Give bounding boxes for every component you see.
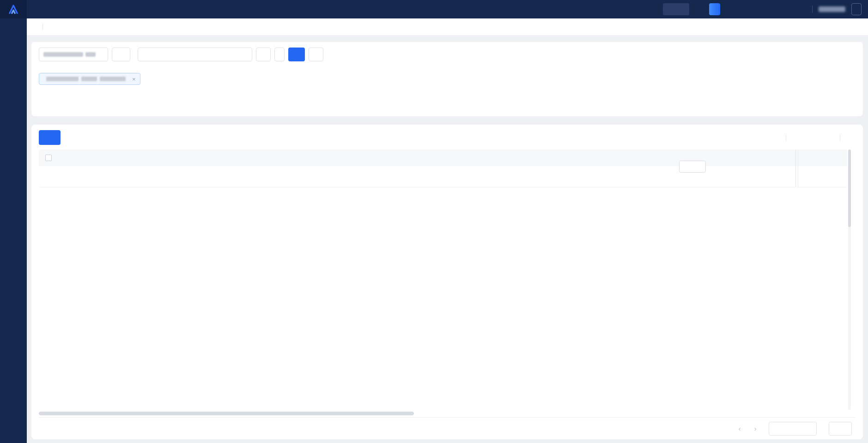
store-filter-tag[interactable]: ×: [39, 73, 140, 85]
plus-icon: [45, 134, 52, 141]
filter-row: [39, 48, 856, 61]
caret-down-icon: [145, 52, 150, 57]
export-icon[interactable]: [848, 134, 856, 141]
table-card: ‹ ›: [31, 125, 863, 439]
col-target: [144, 155, 235, 161]
back-to-old-version-button[interactable]: [851, 3, 862, 15]
table-toolbar: [31, 125, 863, 150]
advanced-filter-button[interactable]: [256, 48, 271, 61]
divider: [786, 134, 786, 141]
translate-icon[interactable]: [148, 155, 154, 161]
date-range-picker[interactable]: [112, 48, 130, 61]
panel-tabs-bar: [31, 42, 863, 42]
redacted-tag-value: [81, 77, 97, 81]
filter-card: ×: [31, 42, 863, 116]
main-area: ×: [27, 35, 868, 443]
sort-icon[interactable]: [582, 155, 588, 161]
caret-down-icon: [807, 426, 812, 431]
pagination: ‹ ›: [734, 422, 856, 436]
fullscreen-icon[interactable]: [809, 134, 817, 141]
col-suggested-bid: [650, 150, 734, 166]
calendar-icon: [119, 51, 126, 58]
module-nav: [27, 18, 868, 35]
top-bar: [0, 0, 868, 18]
download-center-icon[interactable]: [741, 5, 749, 13]
username-redacted: [819, 6, 845, 12]
analysis-chart-icon[interactable]: [801, 173, 808, 180]
toolbar-right: [762, 134, 856, 141]
vertical-scrollbar: [848, 150, 851, 410]
redacted-tag-value: [46, 77, 79, 81]
divider: [840, 134, 840, 141]
keyword-search-group: [138, 48, 252, 61]
task-clipboard-icon[interactable]: [726, 5, 734, 13]
sort-icon[interactable]: [156, 155, 161, 161]
sidebar: [0, 18, 27, 443]
next-page-button[interactable]: ›: [749, 423, 761, 435]
add-keyword-button[interactable]: [39, 130, 61, 145]
sort-icon[interactable]: [307, 155, 313, 161]
app-logo[interactable]: [0, 0, 27, 18]
hscroll-thumb[interactable]: [39, 412, 414, 415]
prev-page-button[interactable]: ‹: [734, 423, 746, 435]
divider: [42, 24, 43, 30]
summary-row: [39, 166, 847, 187]
caret-down-icon: [765, 135, 770, 140]
marketplace-icon: [668, 6, 674, 12]
clear-filters-button[interactable]: [309, 48, 323, 61]
marketplace-selector[interactable]: [663, 3, 689, 15]
redacted-tag-value: [100, 77, 126, 81]
refresh-icon[interactable]: [794, 134, 801, 141]
redacted-store: [85, 52, 96, 57]
remove-tag-icon[interactable]: ×: [132, 76, 136, 83]
keyword-search-input[interactable]: [154, 51, 252, 58]
info-icon: [709, 163, 715, 169]
notification-bell-icon[interactable]: [798, 5, 806, 13]
col-bid: [532, 155, 590, 161]
active-filter-tags: ×: [39, 73, 856, 85]
sort-icon[interactable]: [739, 155, 744, 161]
topbar-right: [663, 0, 862, 18]
keywords-table: [39, 150, 856, 410]
table-footer: ‹ ›: [39, 417, 856, 439]
col-match-type: [734, 155, 769, 161]
search-button[interactable]: [288, 48, 305, 61]
horizontal-scrollbar: [39, 412, 856, 415]
col-analysis: [795, 150, 847, 166]
goto-page-input[interactable]: [829, 422, 852, 436]
application-icon[interactable]: [783, 5, 792, 13]
page-size-select[interactable]: [769, 422, 817, 436]
vscroll-thumb[interactable]: [848, 150, 851, 227]
timezone-selector[interactable]: [695, 7, 703, 12]
suggested-bid-daytype-select[interactable]: [679, 161, 706, 173]
logo-icon: [7, 3, 19, 15]
col-baseline: [590, 155, 650, 161]
caret-down-icon: [698, 164, 702, 169]
col-status: [296, 155, 346, 161]
search-icon: [241, 51, 248, 58]
info-icon: [300, 155, 306, 161]
info-icon: [595, 155, 601, 161]
sort-icon[interactable]: [602, 155, 607, 161]
select-all-checkbox[interactable]: [45, 155, 52, 161]
goto-page: [825, 422, 856, 436]
caret-down-icon: [680, 7, 685, 12]
fuzzy-mode-select[interactable]: [138, 52, 154, 57]
info-icon: [575, 155, 581, 161]
redacted-store: [43, 52, 83, 57]
filter-template-button[interactable]: [274, 48, 285, 61]
broom-icon: [313, 51, 320, 58]
divider: [812, 6, 813, 13]
caret-down-icon: [698, 7, 703, 12]
store-select[interactable]: [39, 48, 108, 61]
report-update-dropdown[interactable]: [762, 135, 770, 140]
ai-insight-button[interactable]: [709, 3, 720, 15]
caret-down-icon: [98, 52, 103, 57]
help-icon[interactable]: [769, 5, 777, 13]
funnel-icon: [260, 51, 267, 58]
mention-icon[interactable]: [825, 134, 832, 141]
history-icon[interactable]: [755, 5, 763, 13]
table-header: [39, 150, 847, 166]
search-icon: [293, 51, 300, 58]
